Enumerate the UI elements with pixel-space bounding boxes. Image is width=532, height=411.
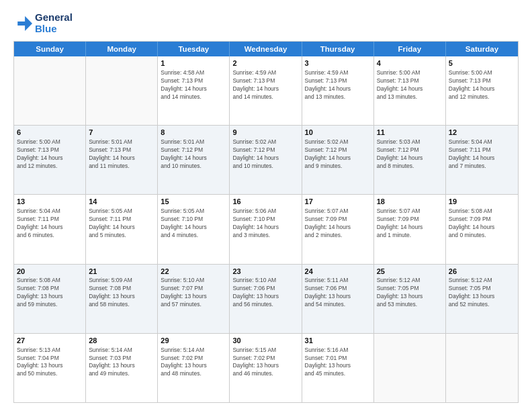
day-cell-4: 4Sunrise: 5:00 AMSunset: 7:13 PMDaylight… bbox=[374, 56, 446, 125]
day-cell-31: 31Sunrise: 5:16 AMSunset: 7:01 PMDayligh… bbox=[302, 334, 374, 402]
day-number: 25 bbox=[377, 267, 443, 277]
day-info: Sunrise: 5:00 AMSunset: 7:13 PMDaylight:… bbox=[449, 69, 515, 101]
day-cell-27: 27Sunrise: 5:13 AMSunset: 7:04 PMDayligh… bbox=[14, 334, 86, 402]
day-number: 31 bbox=[305, 336, 371, 346]
day-info: Sunrise: 5:12 AMSunset: 7:05 PMDaylight:… bbox=[449, 277, 515, 309]
calendar-header: SundayMondayTuesdayWednesdayThursdayFrid… bbox=[14, 42, 518, 56]
day-info: Sunrise: 5:08 AMSunset: 7:08 PMDaylight:… bbox=[17, 277, 83, 309]
day-header-sunday: Sunday bbox=[14, 42, 86, 56]
page: General Blue SundayMondayTuesdayWednesda… bbox=[0, 0, 532, 411]
day-cell-25: 25Sunrise: 5:12 AMSunset: 7:05 PMDayligh… bbox=[374, 265, 446, 333]
day-number: 7 bbox=[89, 128, 154, 138]
day-number: 22 bbox=[161, 267, 226, 277]
day-info: Sunrise: 5:05 AMSunset: 7:11 PMDaylight:… bbox=[89, 208, 154, 240]
day-number: 24 bbox=[305, 267, 371, 277]
header: General Blue bbox=[13, 12, 519, 34]
day-cell-21: 21Sunrise: 5:09 AMSunset: 7:08 PMDayligh… bbox=[86, 265, 158, 333]
day-header-monday: Monday bbox=[86, 42, 158, 56]
day-info: Sunrise: 5:14 AMSunset: 7:02 PMDaylight:… bbox=[161, 347, 226, 379]
day-number: 8 bbox=[161, 128, 226, 138]
day-cell-14: 14Sunrise: 5:05 AMSunset: 7:11 PMDayligh… bbox=[86, 195, 158, 263]
day-number: 16 bbox=[232, 197, 298, 207]
day-cell-24: 24Sunrise: 5:11 AMSunset: 7:06 PMDayligh… bbox=[302, 265, 374, 333]
day-number: 11 bbox=[377, 128, 443, 138]
empty-cell bbox=[86, 56, 158, 125]
day-number: 6 bbox=[17, 128, 83, 138]
day-info: Sunrise: 5:07 AMSunset: 7:09 PMDaylight:… bbox=[377, 208, 443, 240]
day-cell-9: 9Sunrise: 5:02 AMSunset: 7:12 PMDaylight… bbox=[230, 126, 302, 194]
day-number: 3 bbox=[305, 58, 371, 68]
day-info: Sunrise: 5:07 AMSunset: 7:09 PMDaylight:… bbox=[305, 208, 371, 240]
week-row-3: 13Sunrise: 5:04 AMSunset: 7:11 PMDayligh… bbox=[14, 195, 518, 264]
day-info: Sunrise: 5:09 AMSunset: 7:08 PMDaylight:… bbox=[89, 277, 154, 309]
day-info: Sunrise: 5:11 AMSunset: 7:06 PMDaylight:… bbox=[305, 277, 371, 309]
logo-text: General Blue bbox=[35, 12, 73, 34]
day-cell-10: 10Sunrise: 5:02 AMSunset: 7:12 PMDayligh… bbox=[302, 126, 374, 194]
day-cell-16: 16Sunrise: 5:06 AMSunset: 7:10 PMDayligh… bbox=[230, 195, 302, 263]
day-header-saturday: Saturday bbox=[446, 42, 518, 56]
day-cell-8: 8Sunrise: 5:01 AMSunset: 7:12 PMDaylight… bbox=[158, 126, 230, 194]
day-number: 18 bbox=[377, 197, 443, 207]
week-row-2: 6Sunrise: 5:00 AMSunset: 7:13 PMDaylight… bbox=[14, 126, 518, 195]
day-info: Sunrise: 5:10 AMSunset: 7:07 PMDaylight:… bbox=[161, 277, 226, 309]
day-number: 10 bbox=[305, 128, 371, 138]
week-row-5: 27Sunrise: 5:13 AMSunset: 7:04 PMDayligh… bbox=[14, 334, 518, 402]
day-cell-2: 2Sunrise: 4:59 AMSunset: 7:13 PMDaylight… bbox=[230, 56, 302, 125]
day-number: 20 bbox=[17, 267, 83, 277]
day-number: 29 bbox=[161, 336, 226, 346]
day-number: 2 bbox=[232, 58, 298, 68]
day-cell-1: 1Sunrise: 4:58 AMSunset: 7:13 PMDaylight… bbox=[158, 56, 230, 125]
empty-cell bbox=[446, 334, 518, 402]
day-info: Sunrise: 5:00 AMSunset: 7:13 PMDaylight:… bbox=[377, 69, 443, 101]
calendar-body: 1Sunrise: 4:58 AMSunset: 7:13 PMDaylight… bbox=[14, 56, 518, 402]
day-info: Sunrise: 4:58 AMSunset: 7:13 PMDaylight:… bbox=[161, 69, 226, 101]
logo-icon bbox=[13, 14, 32, 33]
day-cell-19: 19Sunrise: 5:08 AMSunset: 7:09 PMDayligh… bbox=[446, 195, 518, 263]
day-info: Sunrise: 5:06 AMSunset: 7:10 PMDaylight:… bbox=[232, 208, 298, 240]
day-number: 17 bbox=[305, 197, 371, 207]
empty-cell bbox=[14, 56, 86, 125]
day-cell-15: 15Sunrise: 5:05 AMSunset: 7:10 PMDayligh… bbox=[158, 195, 230, 263]
empty-cell bbox=[374, 334, 446, 402]
day-cell-26: 26Sunrise: 5:12 AMSunset: 7:05 PMDayligh… bbox=[446, 265, 518, 333]
day-info: Sunrise: 5:04 AMSunset: 7:11 PMDaylight:… bbox=[17, 208, 83, 240]
day-cell-3: 3Sunrise: 4:59 AMSunset: 7:13 PMDaylight… bbox=[302, 56, 374, 125]
day-number: 4 bbox=[377, 58, 443, 68]
day-cell-29: 29Sunrise: 5:14 AMSunset: 7:02 PMDayligh… bbox=[158, 334, 230, 402]
day-cell-22: 22Sunrise: 5:10 AMSunset: 7:07 PMDayligh… bbox=[158, 265, 230, 333]
week-row-1: 1Sunrise: 4:58 AMSunset: 7:13 PMDaylight… bbox=[14, 56, 518, 126]
day-number: 15 bbox=[161, 197, 226, 207]
day-header-thursday: Thursday bbox=[302, 42, 374, 56]
day-number: 5 bbox=[449, 58, 515, 68]
day-cell-18: 18Sunrise: 5:07 AMSunset: 7:09 PMDayligh… bbox=[374, 195, 446, 263]
day-cell-30: 30Sunrise: 5:15 AMSunset: 7:02 PMDayligh… bbox=[230, 334, 302, 402]
day-cell-28: 28Sunrise: 5:14 AMSunset: 7:03 PMDayligh… bbox=[86, 334, 158, 402]
day-cell-5: 5Sunrise: 5:00 AMSunset: 7:13 PMDaylight… bbox=[446, 56, 518, 125]
day-info: Sunrise: 5:02 AMSunset: 7:12 PMDaylight:… bbox=[305, 138, 371, 171]
day-info: Sunrise: 5:16 AMSunset: 7:01 PMDaylight:… bbox=[305, 347, 371, 379]
day-cell-23: 23Sunrise: 5:10 AMSunset: 7:06 PMDayligh… bbox=[230, 265, 302, 333]
day-cell-6: 6Sunrise: 5:00 AMSunset: 7:13 PMDaylight… bbox=[14, 126, 86, 194]
day-cell-7: 7Sunrise: 5:01 AMSunset: 7:13 PMDaylight… bbox=[86, 126, 158, 194]
day-header-tuesday: Tuesday bbox=[158, 42, 230, 56]
day-cell-17: 17Sunrise: 5:07 AMSunset: 7:09 PMDayligh… bbox=[302, 195, 374, 263]
logo: General Blue bbox=[13, 12, 73, 34]
day-info: Sunrise: 5:15 AMSunset: 7:02 PMDaylight:… bbox=[232, 347, 298, 379]
day-cell-20: 20Sunrise: 5:08 AMSunset: 7:08 PMDayligh… bbox=[14, 265, 86, 333]
day-info: Sunrise: 4:59 AMSunset: 7:13 PMDaylight:… bbox=[232, 69, 298, 101]
day-info: Sunrise: 5:10 AMSunset: 7:06 PMDaylight:… bbox=[232, 277, 298, 309]
day-number: 12 bbox=[449, 128, 515, 138]
day-info: Sunrise: 5:01 AMSunset: 7:12 PMDaylight:… bbox=[161, 138, 226, 171]
day-number: 14 bbox=[89, 197, 154, 207]
week-row-4: 20Sunrise: 5:08 AMSunset: 7:08 PMDayligh… bbox=[14, 265, 518, 334]
day-number: 30 bbox=[232, 336, 298, 346]
day-info: Sunrise: 5:08 AMSunset: 7:09 PMDaylight:… bbox=[449, 208, 515, 240]
calendar: SundayMondayTuesdayWednesdayThursdayFrid… bbox=[13, 41, 519, 403]
day-info: Sunrise: 5:04 AMSunset: 7:11 PMDaylight:… bbox=[449, 138, 515, 171]
day-info: Sunrise: 5:01 AMSunset: 7:13 PMDaylight:… bbox=[89, 138, 154, 171]
svg-marker-0 bbox=[17, 16, 32, 31]
day-header-friday: Friday bbox=[374, 42, 446, 56]
day-number: 28 bbox=[89, 336, 154, 346]
day-number: 19 bbox=[449, 197, 515, 207]
day-cell-12: 12Sunrise: 5:04 AMSunset: 7:11 PMDayligh… bbox=[446, 126, 518, 194]
